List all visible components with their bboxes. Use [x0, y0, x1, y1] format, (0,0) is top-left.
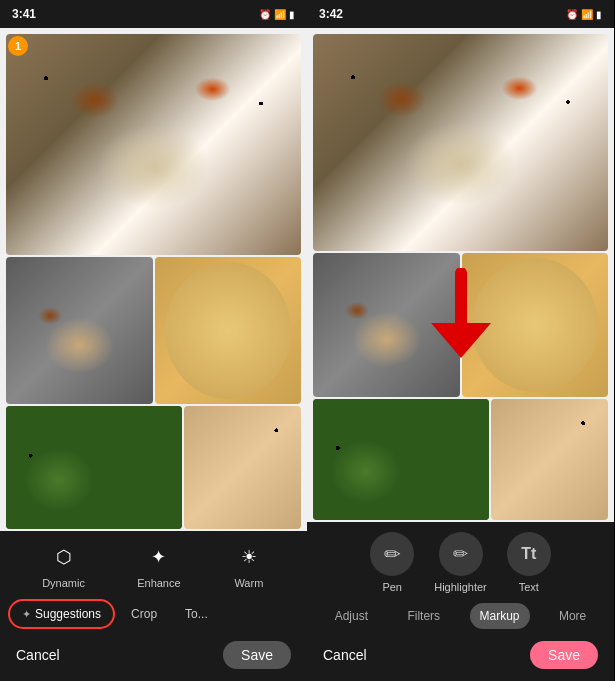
right-status-bar: 3:42 ⏰ 📶 ▮: [307, 0, 614, 28]
tab-suggestions[interactable]: ✦ Suggestions: [8, 599, 115, 629]
right-battery-icon: ▮: [596, 9, 602, 20]
left-photo-bot-right: [184, 406, 301, 529]
warm-icon: ☀: [233, 541, 265, 573]
highlighter-label: Highlighter: [434, 581, 487, 593]
tab-tools-label: To...: [185, 607, 208, 621]
left-toolbar: ⬡ Dynamic ✦ Enhance ☀ Warm ✦ Suggestions…: [0, 531, 307, 681]
left-save-button[interactable]: Save: [223, 641, 291, 669]
left-photo-top: [6, 34, 301, 255]
text-icon: Tt: [507, 532, 551, 576]
right-photo-area: [307, 28, 614, 522]
tab-more[interactable]: More: [549, 603, 596, 629]
left-photo-mid-right: [155, 257, 302, 404]
right-photo-bot-right: [491, 399, 608, 520]
enhance-label: Enhance: [137, 577, 180, 589]
right-status-icons: ⏰ 📶 ▮: [566, 9, 602, 20]
left-photo-collage: [0, 28, 307, 531]
left-signal-icon: 📶: [274, 9, 286, 20]
highlighter-tool[interactable]: ✏ Highlighter: [434, 532, 487, 593]
warm-tool[interactable]: ☀ Warm: [233, 541, 265, 589]
left-photo-mid-left: [6, 257, 153, 404]
left-photo-bottom-row: [6, 406, 301, 529]
left-photo-middle-row: [6, 257, 301, 404]
tab-markup-label: Markup: [480, 609, 520, 623]
sparkle-icon: ✦: [22, 608, 31, 621]
enhance-icon: ✦: [143, 541, 175, 573]
right-photo-mid-left: [313, 253, 460, 398]
left-alarm-icon: ⏰: [259, 9, 271, 20]
left-status-bar: 3:41 ⏰ 📶 ▮: [0, 0, 307, 28]
right-toolbar: ✏ Pen ✏ Highlighter Tt Text Adjust Filte…: [307, 522, 614, 681]
right-photo-top: [313, 34, 608, 251]
left-action-bar: Cancel Save: [0, 633, 307, 681]
pen-tool[interactable]: ✏ Pen: [370, 532, 414, 593]
right-signal-icon: 📶: [581, 9, 593, 20]
right-save-button[interactable]: Save: [530, 641, 598, 669]
left-cancel-button[interactable]: Cancel: [16, 647, 60, 663]
right-markup-tools: ✏ Pen ✏ Highlighter Tt Text: [307, 522, 614, 599]
enhance-tool[interactable]: ✦ Enhance: [137, 541, 180, 589]
right-photo-bot-left: [313, 399, 489, 520]
text-label: Text: [519, 581, 539, 593]
right-photo-middle-row: [313, 253, 608, 398]
tab-adjust[interactable]: Adjust: [325, 603, 378, 629]
left-photo-area: 1: [0, 28, 307, 531]
tab-suggestions-label: Suggestions: [35, 607, 101, 621]
warm-label: Warm: [234, 577, 263, 589]
left-filter-tools: ⬡ Dynamic ✦ Enhance ☀ Warm: [0, 531, 307, 595]
right-photo-mid-right: [462, 253, 609, 398]
left-status-icons: ⏰ 📶 ▮: [259, 9, 295, 20]
tab-tools[interactable]: To...: [173, 601, 220, 627]
tab-filters-label: Filters: [407, 609, 440, 623]
right-status-time: 3:42: [319, 7, 343, 21]
right-alarm-icon: ⏰: [566, 9, 578, 20]
dynamic-label: Dynamic: [42, 577, 85, 589]
tab-crop[interactable]: Crop: [119, 601, 169, 627]
tab-markup[interactable]: Markup: [470, 603, 530, 629]
left-photo-bot-left: [6, 406, 182, 529]
tab-crop-label: Crop: [131, 607, 157, 621]
left-status-time: 3:41: [12, 7, 36, 21]
left-tab-bar: ✦ Suggestions Crop To...: [0, 595, 307, 633]
right-phone-panel: 3:42 ⏰ 📶 ▮: [307, 0, 614, 681]
left-phone-panel: 3:41 ⏰ 📶 ▮ 1 ⬡ Dynamic: [0, 0, 307, 681]
highlighter-icon: ✏: [439, 532, 483, 576]
text-tool[interactable]: Tt Text: [507, 532, 551, 593]
dynamic-tool[interactable]: ⬡ Dynamic: [42, 541, 85, 589]
left-battery-icon: ▮: [289, 9, 295, 20]
pen-icon: ✏: [370, 532, 414, 576]
tab-adjust-label: Adjust: [335, 609, 368, 623]
tab-more-label: More: [559, 609, 586, 623]
right-photo-bottom-row: [313, 399, 608, 520]
left-badge: 1: [8, 36, 28, 56]
right-tab-bar: Adjust Filters Markup More: [307, 599, 614, 633]
dynamic-icon: ⬡: [48, 541, 80, 573]
tab-filters[interactable]: Filters: [397, 603, 450, 629]
right-cancel-button[interactable]: Cancel: [323, 647, 367, 663]
pen-label: Pen: [382, 581, 402, 593]
right-photo-collage: [307, 28, 614, 522]
right-action-bar: Cancel Save: [307, 633, 614, 681]
